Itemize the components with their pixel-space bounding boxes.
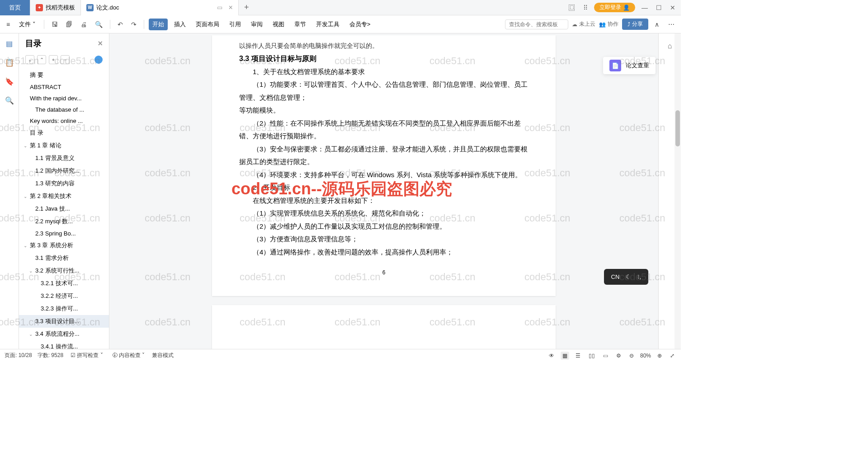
bookmark-icon[interactable]: 🔖 [4, 76, 15, 87]
view-outline-icon[interactable]: ☰ [574, 352, 582, 360]
collab-button[interactable]: 👥 协作 [599, 20, 618, 28]
undo-icon[interactable]: ↶ [115, 19, 126, 30]
close-window-icon[interactable]: ✕ [668, 2, 677, 13]
minimize-icon[interactable]: — [640, 2, 650, 13]
close-outline-icon[interactable]: × [98, 39, 103, 48]
ribbon-layout[interactable]: 页面布局 [192, 19, 223, 30]
chevron-down-icon[interactable]: ⌄ [24, 243, 28, 248]
outline-item[interactable]: 1.3 研究的内容 [19, 177, 109, 190]
view-page-icon[interactable]: ▦ [561, 352, 569, 360]
ribbon-start[interactable]: 开始 [149, 19, 168, 30]
save-as-icon[interactable]: 🗐 [63, 19, 75, 30]
status-words[interactable]: 字数: 9528 [38, 352, 63, 359]
outline-item[interactable]: 1.1 背景及意义 [19, 152, 109, 165]
outline-item-label: 1.1 背景及意义 [35, 155, 75, 161]
eye-icon[interactable]: 👁 [547, 352, 556, 360]
hamburger-icon[interactable]: ≡ [4, 19, 13, 30]
sync-icon[interactable] [94, 56, 103, 64]
outline-item[interactable]: 3.2.2 经济可... [19, 290, 109, 302]
search-input[interactable] [505, 19, 568, 29]
compat-mode: 兼容模式 [152, 352, 174, 359]
spell-check[interactable]: ☑ 拼写检查 ˅ [69, 351, 105, 360]
status-page[interactable]: 页面: 10/28 [5, 352, 32, 359]
close-icon[interactable]: × [229, 4, 233, 12]
maximize-icon[interactable]: ☐ [654, 2, 664, 13]
search-icon[interactable]: 🔍 [4, 95, 15, 106]
ribbon-dev[interactable]: 开发工具 [312, 19, 343, 30]
outline-icon[interactable]: ▤ [4, 38, 15, 49]
ribbon-reference[interactable]: 引用 [226, 19, 245, 30]
zoom-in-icon[interactable]: ⊕ [656, 352, 664, 360]
outline-item[interactable]: 目 录 [19, 127, 109, 139]
remove-item-icon[interactable]: − [61, 55, 70, 64]
doc-line: （1）实现管理系统信息关系的系统化、规范化和自动化； [239, 207, 528, 220]
outline-item[interactable]: ⌄3.2 系统可行性... [19, 264, 109, 277]
chevron-down-icon[interactable]: ⌄ [29, 332, 33, 337]
view-read-icon[interactable]: ▯▯ [587, 352, 597, 360]
scroll-thumb[interactable] [675, 110, 680, 146]
gear-icon[interactable]: ⚙ [614, 352, 623, 360]
outline-item[interactable]: 2.3 Spring Bo... [19, 228, 109, 239]
outline-item[interactable]: 2.2 mysql 数... [19, 215, 109, 228]
login-button[interactable]: 立即登录 👤 [594, 3, 635, 12]
outline-item[interactable]: ⌄第 1 章 绪论 [19, 139, 109, 152]
chevron-down-icon[interactable]: ⌄ [29, 268, 33, 273]
ribbon-member[interactable]: 会员专> [346, 19, 374, 30]
collapse-ribbon-icon[interactable]: ∧ [652, 19, 662, 30]
ribbon-view[interactable]: 视图 [269, 19, 288, 30]
view-web-icon[interactable]: ▭ [601, 352, 610, 360]
outline-item[interactable]: 3.2.1 技术可... [19, 277, 109, 290]
outline-item[interactable]: Key words: online ... [19, 115, 109, 127]
page-number: 6 [239, 268, 528, 278]
scrollbar[interactable] [675, 33, 681, 349]
outline-item[interactable]: 3.4.1 操作流... [19, 340, 109, 349]
outline-item[interactable]: 摘 要 [19, 69, 109, 81]
preview-icon[interactable]: 🔍 [92, 19, 105, 30]
redo-icon[interactable]: ↷ [128, 19, 139, 30]
share-button[interactable]: ⤴ 分享 [622, 19, 648, 30]
apps-icon[interactable]: ⠿ [581, 2, 590, 13]
outline-item[interactable]: 1.2 国内外研究... [19, 165, 109, 177]
cloud-status[interactable]: ☁ 未上云 [572, 20, 595, 28]
thesis-check-button[interactable]: 📄 论文查重 [603, 57, 656, 74]
content-check[interactable]: 🛈 内容检查 ˅ [110, 351, 147, 360]
outline-item[interactable]: With the rapid dev... [19, 93, 109, 104]
save-icon[interactable]: 🖫 [49, 19, 61, 30]
layout-icon[interactable]: ⿴ [567, 2, 577, 13]
outline-item[interactable]: ABSTRACT [19, 81, 109, 93]
outline-item[interactable]: 3.1 需求分析 [19, 252, 109, 264]
fit-icon[interactable]: ⤢ [668, 352, 676, 360]
window-mode-icon[interactable]: ▭ [217, 4, 222, 11]
outline-item[interactable]: ⌄第 3 章 系统分析 [19, 239, 109, 252]
outline-item[interactable]: 3.2.3 操作可... [19, 302, 109, 315]
chevron-down-icon[interactable]: ⌄ [24, 143, 28, 148]
tab-add[interactable]: + [239, 3, 255, 12]
tab-template[interactable]: ✦ 找稻壳模板 [30, 0, 81, 15]
collapse-all-icon[interactable]: ⌄ [25, 55, 34, 64]
ime-indicator[interactable]: CN ☾ ⁝, [604, 269, 648, 285]
ime-lang: CN [611, 273, 620, 280]
zoom-out-icon[interactable]: ⊖ [627, 352, 636, 360]
tab-document[interactable]: W 论文.doc ▭ × [81, 0, 239, 15]
more-icon[interactable]: ⋯ [665, 19, 677, 30]
outline-item[interactable]: 3.3 项目设计目... [19, 315, 109, 328]
clipboard-icon[interactable]: 📋 [4, 57, 15, 68]
ribbon-insert[interactable]: 插入 [170, 19, 189, 30]
ribbon-review[interactable]: 审阅 [247, 19, 266, 30]
add-item-icon[interactable]: + [49, 55, 58, 64]
document-area[interactable]: 🗨 🗒 以操作人员只要会简单的电脑操作就完全可以的。 3.3 项目设计目标与原则… [109, 33, 658, 349]
outline-item[interactable]: ⌄第 2 章相关技术 [19, 190, 109, 202]
tab-home[interactable]: 首页 [0, 0, 30, 15]
chevron-down-icon[interactable]: ⌄ [24, 194, 28, 199]
expand-all-icon[interactable]: ⌃ [37, 55, 46, 64]
file-menu[interactable]: 文件 ˅ [15, 19, 39, 30]
print-icon[interactable]: 🖨 [78, 19, 90, 30]
outline-item[interactable]: 2.1 Java 技... [19, 202, 109, 215]
outline-item[interactable]: The database of ... [19, 104, 109, 115]
outline-item[interactable]: ⌄3.4 系统流程分... [19, 328, 109, 340]
outline-item-label: 第 1 章 绪论 [30, 142, 61, 149]
outline-item-label: The database of ... [35, 106, 84, 113]
zoom-value[interactable]: 80% [640, 353, 651, 359]
doc-line: （4）通过网络操作，改善处理问题的效率，提高操作人员利用率； [239, 246, 528, 259]
ribbon-chapter[interactable]: 章节 [291, 19, 310, 30]
